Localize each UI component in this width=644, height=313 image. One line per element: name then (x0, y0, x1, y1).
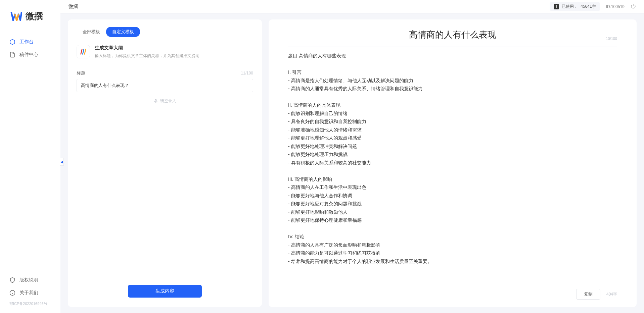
power-button[interactable] (631, 3, 636, 10)
output-footer: 复制 404字 (288, 284, 617, 300)
nav-item-workbench[interactable]: 工作台 (0, 36, 60, 48)
title-input[interactable] (77, 79, 253, 92)
nav-item-about[interactable]: 关于我们 (0, 286, 60, 299)
field-counter: 11/100 (241, 71, 253, 75)
tab-all-templates[interactable]: 全部模板 (77, 27, 106, 37)
template-card: 生成文章大纲 输入标题，为你提供文章主体的灵感，并为其创建推文提纲 (77, 43, 253, 65)
nav-item-label: 版权说明 (19, 277, 38, 283)
sidebar-collapse-handle[interactable]: ◀ (60, 158, 64, 166)
output-char-count: 404字 (606, 292, 617, 297)
topbar: 微撰 T 已使用： 45641字 ID:100519 (60, 0, 644, 13)
usage-badge-icon: T (554, 4, 559, 9)
template-title: 生成文章大纲 (95, 45, 199, 51)
tab-label: 全部模板 (83, 29, 100, 34)
tab-custom-templates[interactable]: 自定义模板 (106, 27, 140, 37)
usage-pill[interactable]: T 已使用： 45641字 (550, 2, 600, 11)
logo: 微撰 (0, 0, 60, 32)
copy-button[interactable]: 复制 (576, 289, 600, 300)
main: 微撰 T 已使用： 45641字 ID:100519 全部模板 自定义模板 (60, 0, 644, 313)
output-title-counter: 10/100 (606, 37, 617, 41)
svg-rect-6 (155, 99, 156, 102)
field-label: 标题 (77, 70, 85, 76)
nav-item-label: 关于我们 (19, 290, 38, 296)
output-title: 高情商的人有什么表现 (288, 29, 617, 41)
title-field: 标题 11/100 (77, 70, 253, 92)
generate-button[interactable]: 生成内容 (128, 285, 202, 298)
mic-icon (153, 99, 158, 104)
tab-row: 全部模板 自定义模板 (77, 27, 253, 37)
template-icon (77, 45, 90, 58)
content: 全部模板 自定义模板 生成文章大纲 输入标题，为你提供文章主体的灵感，并为其创建… (60, 13, 644, 313)
nav: 工作台 稿件中心 (0, 32, 60, 274)
logo-text: 微撰 (26, 10, 43, 22)
usage-value: 45641字 (581, 4, 596, 9)
logo-icon (10, 10, 22, 22)
voice-input-button[interactable]: 请空录入 (77, 98, 253, 104)
usage-label: 已使用： (562, 4, 578, 9)
nav-item-label: 工作台 (19, 39, 34, 45)
sidebar: 微撰 工作台 稿件中心 版权说明 关于我们 鄂ICP备2022016946号 ◀ (0, 0, 60, 313)
nav-item-drafts[interactable]: 稿件中心 (0, 48, 60, 61)
nav-item-label: 稿件中心 (19, 52, 38, 58)
nav-item-copyright[interactable]: 版权说明 (0, 274, 60, 286)
icp-number: 鄂ICP备2022016946号 (0, 299, 60, 310)
topbar-title: 微撰 (68, 4, 78, 10)
sidebar-bottom: 版权说明 关于我们 鄂ICP备2022016946号 (0, 274, 60, 313)
tab-label: 自定义模板 (112, 29, 134, 34)
voice-input-label: 请空录入 (160, 98, 176, 104)
user-id: ID:100519 (606, 4, 625, 9)
template-desc: 输入标题，为你提供文章主体的灵感，并为其创建推文提纲 (95, 53, 199, 59)
output-title-row: 高情商的人有什么表现 10/100 (288, 29, 617, 47)
output-panel: 高情商的人有什么表现 10/100 题目:高情商的人有哪些表现 I. 引言 - … (269, 19, 637, 307)
output-body[interactable]: 题目:高情商的人有哪些表现 I. 引言 - 高情商是指人们处理情绪、与他人互动以… (288, 52, 617, 284)
template-panel: 全部模板 自定义模板 生成文章大纲 输入标题，为你提供文章主体的灵感，并为其创建… (68, 19, 262, 307)
